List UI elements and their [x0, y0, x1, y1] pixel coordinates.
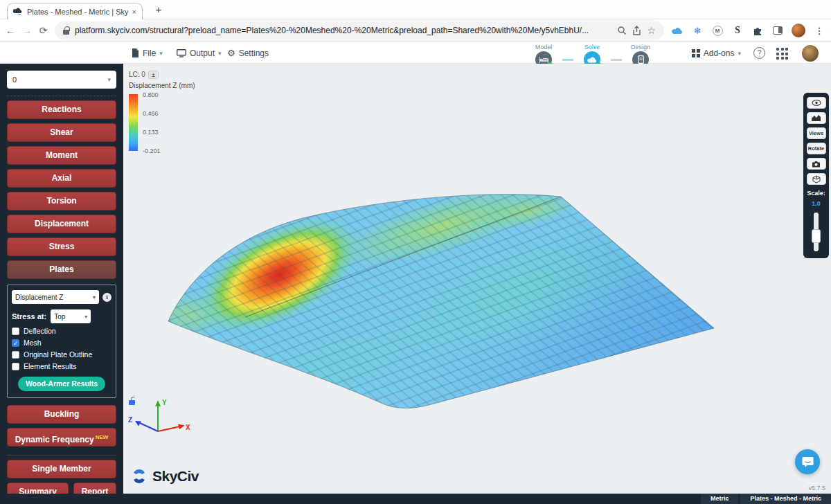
summary-button[interactable]: Summary: [7, 483, 69, 494]
single-member-button[interactable]: Single Member: [7, 460, 116, 478]
mesh-checkbox[interactable]: ✓: [12, 339, 19, 347]
tab-close-icon[interactable]: ×: [132, 8, 136, 16]
divider: [7, 455, 116, 456]
reload-icon[interactable]: ⟳: [39, 25, 48, 36]
chevron-down-icon: ▾: [738, 50, 741, 57]
tab-title: Plates - Meshed - Metric | SkyC: [27, 8, 128, 16]
results-graph-button[interactable]: [807, 112, 826, 124]
plusminus-button[interactable]: ±: [148, 71, 159, 79]
legend-tick: -0.201: [143, 147, 161, 154]
addons-menu[interactable]: Add-ons▾: [692, 42, 741, 64]
screenshot-button[interactable]: [807, 158, 826, 170]
dynamic-frequency-button[interactable]: Dynamic FrequencyNEW: [7, 428, 116, 447]
app-version: v5.7.5: [808, 485, 825, 492]
buckling-button[interactable]: Buckling: [7, 405, 116, 424]
url-text[interactable]: platform.skyciv.com/structural?preload_n…: [75, 26, 611, 35]
axial-button[interactable]: Axial: [7, 169, 116, 188]
stress-at-select[interactable]: Top▾: [51, 309, 91, 323]
original-plate-outline-checkbox-row[interactable]: Original Plate Outline: [12, 350, 111, 359]
legend-tick: 0.800: [143, 91, 159, 98]
load-case-label: LC: 0: [129, 71, 145, 78]
visibility-button[interactable]: [807, 97, 826, 109]
torsion-button[interactable]: Torsion: [7, 192, 116, 210]
scale-value: 1.0: [812, 200, 821, 207]
snowflake-extension-icon[interactable]: ❄: [691, 24, 704, 37]
reactions-button[interactable]: Reactions: [7, 100, 116, 119]
browser-menu-icon[interactable]: ⋮: [813, 24, 825, 37]
settings-menu[interactable]: ⚙ Settings: [227, 42, 269, 64]
render-3d-button[interactable]: [807, 173, 826, 185]
shear-button[interactable]: Shear: [7, 123, 116, 142]
model-name-status[interactable]: Plates - Meshed - Metric: [740, 494, 831, 504]
new-tab-button[interactable]: +: [151, 3, 166, 15]
chevron-down-icon: ▾: [159, 50, 163, 57]
model-viewport[interactable]: LC: 0± Displacement Z (mm) 0.800 0.466 0…: [123, 64, 831, 494]
s-extension-icon[interactable]: S: [731, 24, 744, 37]
browser-tab[interactable]: Plates - Meshed - Metric | SkyC ×: [7, 3, 143, 19]
chat-icon: [802, 456, 814, 468]
axis-triad: Y X Z: [127, 395, 191, 438]
output-menu[interactable]: Output▾: [177, 42, 222, 64]
legend-tick: 0.466: [143, 110, 159, 117]
url-bar[interactable]: platform.skyciv.com/structural?preload_n…: [55, 21, 664, 39]
chevron-down-icon: ▾: [93, 294, 96, 300]
plate-result-type-select[interactable]: Displacement Z▾: [12, 290, 99, 304]
chat-bubble-button[interactable]: [795, 449, 820, 474]
help-button[interactable]: ?: [753, 47, 765, 59]
mesh-checkbox-row[interactable]: ✓ Mesh: [12, 339, 111, 347]
result-legend: LC: 0± Displacement Z (mm): [129, 71, 195, 89]
zoom-search-icon[interactable]: [617, 26, 627, 35]
back-icon[interactable]: ←: [6, 25, 15, 36]
bookmark-star-icon[interactable]: ☆: [647, 25, 656, 36]
browser-url-row: ← → ⟳ platform.skyciv.com/structural?pre…: [0, 19, 831, 42]
scale-label: Scale:: [807, 190, 825, 197]
cube-icon: [812, 175, 821, 183]
browser-profile-avatar[interactable]: [792, 24, 805, 37]
axis-x-label: X: [186, 424, 190, 431]
element-results-checkbox-row[interactable]: Element Results: [12, 362, 111, 370]
chevron-down-icon: ▾: [84, 314, 87, 320]
rotate-button[interactable]: Rotate: [807, 143, 826, 154]
original-plate-outline-checkbox[interactable]: [12, 351, 19, 359]
file-icon: [132, 48, 139, 57]
skyciv-favicon: [13, 8, 23, 15]
user-avatar[interactable]: [802, 45, 819, 62]
apps-grid-icon[interactable]: [776, 48, 788, 60]
new-badge: NEW: [96, 434, 109, 440]
stress-at-label: Stress at:: [12, 312, 46, 321]
info-icon[interactable]: i: [102, 293, 111, 302]
report-button[interactable]: Report: [73, 483, 116, 494]
plates-options-panel: Displacement Z▾ i Stress at: Top▾ Deflec…: [7, 285, 116, 398]
plate-mesh-render[interactable]: [123, 64, 831, 494]
puzzle-extension-icon[interactable]: [751, 24, 764, 37]
wood-armer-results-button[interactable]: Wood-Armer Results: [18, 377, 105, 391]
app-toolbar: File▾ Output▾ ⚙ Settings Model ✓ Solve ✓…: [0, 42, 831, 64]
load-case-select[interactable]: 0▾: [7, 71, 116, 89]
cloud-extension-icon[interactable]: [671, 24, 683, 37]
plates-button[interactable]: Plates: [7, 260, 116, 279]
m-extension-icon[interactable]: M: [711, 24, 724, 37]
displacement-button[interactable]: Displacement: [7, 215, 116, 233]
deflection-checkbox-row[interactable]: Deflection: [12, 327, 111, 335]
gear-icon: ⚙: [227, 48, 235, 58]
unit-system-status[interactable]: Metric: [701, 494, 739, 504]
camera-icon: [812, 161, 821, 168]
deflection-checkbox[interactable]: [12, 327, 19, 335]
file-menu[interactable]: File▾: [132, 42, 163, 64]
element-results-checkbox[interactable]: [12, 363, 19, 370]
sidebar-toggle-icon[interactable]: [771, 24, 784, 37]
legend-tick: 0.133: [143, 129, 159, 136]
views-button[interactable]: Views: [807, 127, 826, 139]
share-icon[interactable]: [632, 26, 641, 36]
axis-z-label: Z: [128, 416, 132, 424]
extensions-row: ❄ M S ⋮: [671, 24, 825, 37]
addons-grid-icon: [692, 49, 700, 57]
scale-slider-thumb[interactable]: [812, 229, 821, 243]
forward-icon[interactable]: →: [22, 25, 32, 36]
monitor-icon: [177, 49, 186, 57]
scale-slider[interactable]: [814, 213, 819, 251]
stepper-connector: [562, 59, 573, 61]
skyciv-logo: SkyCiv: [130, 467, 199, 485]
moment-button[interactable]: Moment: [7, 146, 116, 165]
stress-button[interactable]: Stress: [7, 237, 116, 256]
